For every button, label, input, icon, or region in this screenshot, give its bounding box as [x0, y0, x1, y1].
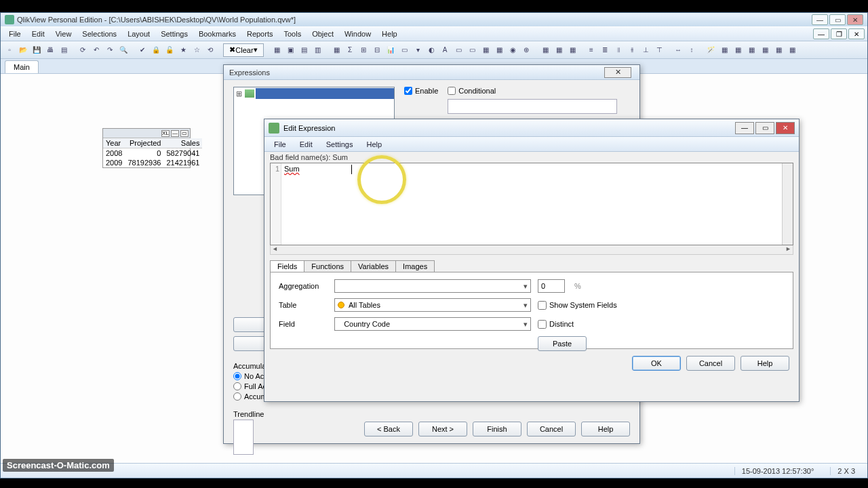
expression-item[interactable]: ⊞: [234, 87, 394, 100]
edit-expression-titlebar[interactable]: Edit Expression — ▭ ✕: [264, 119, 799, 137]
unlock-icon[interactable]: 🔓: [163, 44, 176, 56]
col-projected[interactable]: Projected: [125, 138, 163, 148]
open-icon[interactable]: 📂: [17, 44, 29, 56]
table-caption[interactable]: XL — ▭: [103, 129, 190, 138]
ok-button[interactable]: OK: [632, 356, 681, 371]
field-combo[interactable]: Country Code: [334, 317, 531, 331]
print-icon[interactable]: 🖶: [44, 44, 56, 56]
edit-menu-help[interactable]: Help: [359, 140, 389, 148]
conditional-checkbox[interactable]: [448, 87, 456, 95]
help-button[interactable]: Help: [581, 422, 630, 436]
tb-icon-16[interactable]: ◉: [507, 44, 519, 56]
tb-icon-20[interactable]: ▦: [566, 44, 578, 56]
col-year[interactable]: Year: [103, 138, 125, 148]
enable-checkbox[interactable]: [404, 87, 412, 95]
tb-icon-19[interactable]: ▦: [553, 44, 565, 56]
menu-tools[interactable]: Tools: [278, 30, 307, 38]
edit-help-button[interactable]: Help: [741, 356, 789, 371]
tb-icon-8[interactable]: ⊟: [371, 44, 383, 56]
print-preview-icon[interactable]: ▤: [58, 44, 70, 56]
aggregation-combo[interactable]: [334, 279, 531, 293]
lock-icon[interactable]: 🔒: [150, 44, 162, 56]
tb-icon-25[interactable]: ▦: [772, 44, 785, 56]
tb-icon-2[interactable]: ▣: [284, 44, 296, 56]
finish-button[interactable]: Finish: [473, 422, 521, 436]
tb-align-5[interactable]: ⊥: [639, 44, 652, 56]
table-row[interactable]: 2008 0 58279041: [103, 148, 202, 159]
table-row[interactable]: 2009 78192936 21421961: [103, 158, 202, 167]
new-icon[interactable]: ▫: [3, 44, 16, 56]
accum-full-radio[interactable]: [233, 382, 241, 390]
doc-minimize-button[interactable]: —: [813, 28, 829, 39]
tb-icon-18[interactable]: ▦: [539, 44, 551, 56]
tb-icon-5[interactable]: ▦: [330, 44, 342, 56]
menu-view[interactable]: View: [50, 30, 77, 38]
menu-object[interactable]: Object: [307, 30, 339, 38]
expand-icon[interactable]: ⊞: [234, 89, 243, 98]
save-icon[interactable]: 💾: [31, 44, 43, 56]
refresh-icon[interactable]: ⟲: [204, 44, 216, 56]
tb-icon-9[interactable]: ▭: [398, 44, 410, 56]
table-combo[interactable]: All Tables: [334, 298, 531, 312]
accum-steps-radio[interactable]: [233, 392, 241, 401]
paste-button[interactable]: Paste: [538, 336, 587, 351]
check-icon[interactable]: ✔: [136, 44, 149, 56]
table-xl-icon[interactable]: XL: [161, 130, 170, 137]
expressions-close-button[interactable]: ✕: [604, 67, 631, 78]
cancel-button[interactable]: Cancel: [527, 422, 576, 436]
straight-table[interactable]: XL — ▭ Year Projected Sales 2008 0 58279…: [102, 128, 191, 168]
tb-icon-7[interactable]: ⊞: [357, 44, 370, 56]
tb-align-3[interactable]: ⫴: [612, 44, 625, 56]
conditional-field[interactable]: [448, 99, 617, 114]
editor-content[interactable]: Sum: [281, 163, 782, 245]
show-system-checkbox[interactable]: [538, 301, 547, 310]
col-sales[interactable]: Sales: [163, 138, 202, 148]
tb-wizard-icon[interactable]: 🪄: [705, 44, 717, 56]
tb-text-icon[interactable]: A: [439, 44, 451, 56]
tab-images[interactable]: Images: [395, 260, 435, 272]
tb-align-4[interactable]: ⫵: [626, 44, 638, 56]
menu-selections[interactable]: Selections: [77, 30, 122, 38]
accum-none-radio[interactable]: [233, 372, 241, 380]
reload-icon[interactable]: ⟳: [77, 44, 89, 56]
clear-button[interactable]: ✖ Clear ▾: [223, 43, 264, 57]
back-button[interactable]: < Back: [364, 422, 413, 436]
edit-cancel-button[interactable]: Cancel: [686, 356, 735, 371]
tab-functions[interactable]: Functions: [304, 260, 351, 272]
next-button[interactable]: Next >: [418, 422, 467, 436]
tb-icon-23[interactable]: ▦: [745, 44, 757, 56]
tb-icon-3[interactable]: ▤: [298, 44, 310, 56]
tab-variables[interactable]: Variables: [351, 260, 396, 272]
minimize-button[interactable]: —: [812, 14, 828, 25]
tb-icon-21[interactable]: ▦: [718, 44, 730, 56]
tb-icon-14[interactable]: ▦: [479, 44, 492, 56]
tb-icon-22[interactable]: ▦: [732, 44, 744, 56]
maximize-button[interactable]: ▭: [829, 14, 846, 25]
edit-menu-file[interactable]: File: [267, 140, 293, 148]
bookmark-add-icon[interactable]: ★: [177, 44, 189, 56]
menu-layout[interactable]: Layout: [122, 30, 155, 38]
tb-icon-4[interactable]: ▥: [311, 44, 323, 56]
table-max-icon[interactable]: ▭: [180, 130, 189, 137]
percent-input[interactable]: 0: [538, 279, 565, 293]
edit-menu-settings[interactable]: Settings: [319, 140, 360, 148]
search-icon[interactable]: 🔍: [117, 44, 130, 56]
doc-restore-button[interactable]: ❐: [831, 28, 847, 39]
edit-menu-edit[interactable]: Edit: [293, 140, 319, 148]
tb-dist-1[interactable]: ↔: [672, 44, 684, 56]
tb-dist-2[interactable]: ↕: [686, 44, 698, 56]
tb-icon-11[interactable]: ◐: [425, 44, 437, 56]
tb-icon-13[interactable]: ▭: [466, 44, 478, 56]
tb-align-6[interactable]: ⊤: [653, 44, 665, 56]
sheet-tab-main[interactable]: Main: [5, 60, 39, 73]
menu-window[interactable]: Window: [339, 30, 376, 38]
undo-icon[interactable]: ↶: [90, 44, 102, 56]
menu-settings[interactable]: Settings: [155, 30, 193, 38]
tb-icon-1[interactable]: ▦: [271, 44, 283, 56]
vertical-scrollbar[interactable]: [782, 163, 793, 245]
horizontal-scrollbar[interactable]: [270, 245, 793, 255]
edit-maximize-button[interactable]: ▭: [755, 122, 774, 134]
tab-fields[interactable]: Fields: [270, 260, 304, 272]
bookmark-icon[interactable]: ☆: [191, 44, 203, 56]
tb-icon-26[interactable]: ▦: [786, 44, 798, 56]
